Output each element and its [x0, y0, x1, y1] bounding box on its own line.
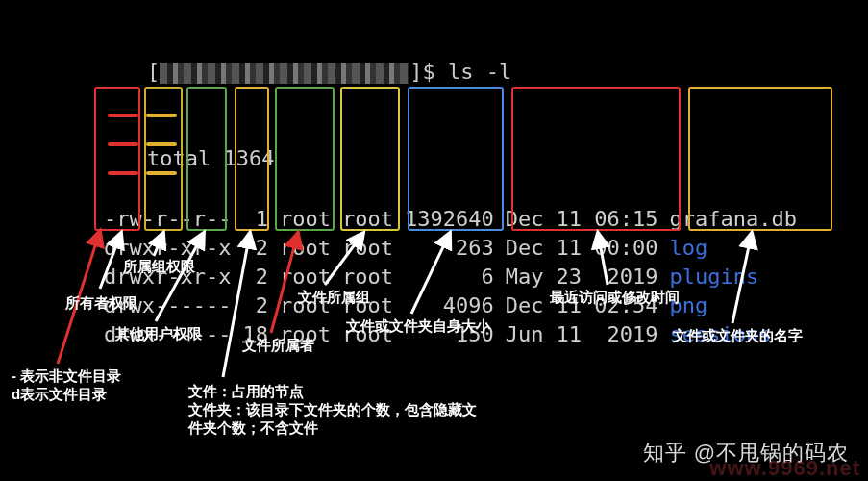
box-size	[408, 87, 504, 231]
box-date	[511, 87, 681, 231]
ann-name: 文件或文件夹的名字	[673, 327, 803, 345]
ann-size: 文件或文件夹自身大小	[346, 317, 490, 336]
box-owner	[275, 87, 335, 231]
cell-size: 6	[401, 264, 498, 291]
mark-group-1	[146, 114, 177, 117]
mark-owner-1	[108, 114, 138, 117]
table-row: drwxr-xr-x2rootroot263Dec 11 00:00log	[100, 235, 801, 262]
box-group	[340, 87, 400, 231]
ann-owner: 文件所属者	[242, 337, 314, 355]
cell-group: root	[338, 264, 397, 291]
hostname-redacted	[160, 63, 409, 84]
mark-group-2	[146, 142, 177, 146]
ann-links: 文件：占用的节点 文件夹：该目录下文件夹的个数，包含隐藏文 件夹个数；不含文件	[188, 383, 477, 438]
cell-group: root	[338, 235, 397, 262]
stage: { "prompt": { "bracket_open":"[", "brack…	[0, 0, 868, 481]
ann-date: 最近访问或修改时间	[550, 289, 680, 307]
ann-type: - 表示非文件目录 d表示文件目录	[12, 367, 121, 404]
cell-name: plugins	[666, 264, 801, 291]
bracket-open: [	[147, 60, 160, 84]
box-other-perm	[186, 87, 227, 231]
command: ls -l	[448, 60, 511, 84]
bracket-close: ]	[409, 60, 422, 84]
ann-other-perm: 其他用户权限	[115, 325, 202, 343]
box-links	[235, 87, 269, 231]
cell-links: 2	[238, 235, 272, 262]
cell-owner: root	[276, 264, 335, 291]
cell-date: May 23 2019	[502, 264, 662, 291]
table-row: drwxr-xr-x2rootroot6May 23 2019plugins	[100, 264, 801, 291]
site-url: www.9969.net	[709, 456, 860, 481]
cell-name: log	[666, 235, 801, 262]
ann-group-perm: 所属组权限	[123, 258, 195, 276]
cell-links: 2	[238, 292, 272, 319]
prompt-suffix: $	[422, 60, 448, 84]
cell-name: png	[666, 292, 801, 319]
cell-date: Dec 11 00:00	[502, 235, 662, 262]
ann-group: 文件所属组	[298, 289, 370, 307]
cell-size: 4096	[401, 292, 498, 319]
box-owner-perm	[94, 87, 140, 231]
ann-owner-perm: 所有者权限	[65, 294, 137, 313]
cell-size: 263	[401, 235, 498, 262]
cell-owner: root	[276, 235, 335, 262]
table-row: drwx------2rootroot4096Dec 11 02:54png	[100, 292, 801, 319]
cell-date: Jun 11 2019	[502, 321, 662, 348]
mark-owner-2	[108, 142, 138, 146]
cell-links: 2	[238, 264, 272, 291]
box-name	[688, 87, 832, 231]
mark-group-3	[146, 171, 177, 175]
box-group-perm	[144, 87, 183, 231]
mark-owner-3	[108, 171, 138, 175]
